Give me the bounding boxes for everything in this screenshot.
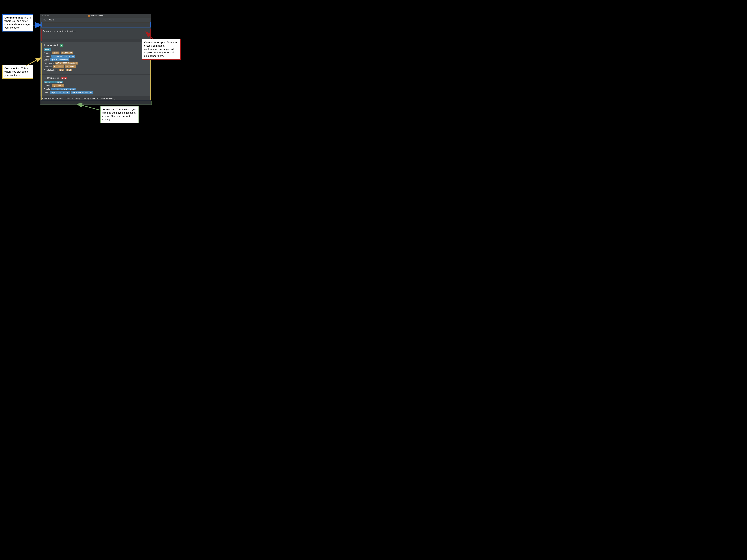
email-chip: 1) berniceyu@example.com <box>51 88 76 90</box>
contact-tags: colleagues friends <box>44 81 148 83</box>
course-chip: 1) cs1101s <box>53 65 64 68</box>
star-icon: ★ <box>60 44 63 47</box>
status-sort: [ Sort by: name, with order ascending ] <box>82 97 116 100</box>
titlebar: NetworkBook <box>40 14 151 18</box>
email-chip: 1) alexyeoh@example.com <box>51 55 75 58</box>
field-label-emails: Emails: <box>44 88 50 90</box>
status-bar: ./data/networkbook.json [ Filter by: non… <box>40 96 151 100</box>
contact-card[interactable]: 1. Alex Yeoh ★ friends Phones: 1) 123 2)… <box>40 42 151 74</box>
field-label-phones: Phones: <box>44 84 51 87</box>
tag: friends <box>44 48 51 51</box>
app-window: NetworkBook File Help Run any command to… <box>40 14 151 105</box>
contact-tags: friends <box>44 48 148 51</box>
graduation-chip: AY2022/2023 Semester 1 <box>55 62 78 64</box>
contact-specialisations-row: Specialisations: 1) ai 2) ml <box>44 69 148 71</box>
callout-command-output: Command output: After you enter a comman… <box>142 39 181 60</box>
contact-header: 1. Alex Yeoh ★ <box>44 44 148 47</box>
menu-help[interactable]: Help <box>49 18 54 21</box>
menu-file[interactable]: File <box>43 18 46 21</box>
field-label-courses: Courses: <box>44 65 52 68</box>
contact-card[interactable]: 2. Bernice Yu ★★★ colleagues friends Pho… <box>40 75 151 96</box>
star-icon: ★★★ <box>61 77 67 79</box>
callout-title: Command line: <box>4 16 23 19</box>
command-output-text: Run any command to get started. <box>43 30 76 32</box>
window-title-text: NetworkBook <box>91 15 103 17</box>
contact-phones-row: Phones: 1) 123 2) 12345679 <box>44 52 148 54</box>
link-chip: 1) github.com/bernfish <box>50 91 70 94</box>
field-label-specialisations: Specialisations: <box>44 69 58 71</box>
contact-graduation-row: Graduation: AY2022/2023 Semester 1 <box>44 62 148 64</box>
status-path: ./data/networkbook.json <box>41 97 62 100</box>
contact-index: 1. <box>44 44 46 47</box>
field-label-graduation: Graduation: <box>44 62 54 64</box>
phone-chip: 2) 12345679 <box>61 52 73 54</box>
command-output: Run any command to get started. <box>40 27 151 39</box>
contact-name: Alex Yeoh <box>47 44 58 47</box>
command-input-wrap <box>40 22 151 27</box>
contact-links-row: Links: 1) www.alexyeoh.net <box>44 58 148 61</box>
svg-line-3 <box>26 58 41 66</box>
status-filter: [ Filter by: none ] <box>65 97 80 100</box>
tag: friends <box>55 81 63 83</box>
contact-emails-row: Emails: 1) alexyeoh@example.com <box>44 55 148 58</box>
menubar: File Help <box>40 18 151 22</box>
phone-chip: 1) 123 <box>52 52 59 54</box>
contact-emails-row: Emails: 1) berniceyu@example.com <box>44 88 148 90</box>
specialisation-chip: 2) ml <box>66 69 72 71</box>
link-chip: 1) www.alexyeoh.net <box>50 58 69 61</box>
field-label-links: Links: <box>44 91 49 94</box>
contact-courses-row: Courses: 1) cs1101s 2) cs1231s <box>44 65 148 68</box>
callout-title: Command output: <box>144 41 166 44</box>
callout-contacts-list: Contacts list: This is where you can see… <box>2 65 33 79</box>
window-title: NetworkBook <box>40 15 151 17</box>
command-input[interactable] <box>40 22 151 27</box>
contact-name: Bernice Yu <box>47 77 59 80</box>
callout-title: Contacts list: <box>4 67 21 70</box>
contact-index: 2. <box>44 77 46 80</box>
app-icon <box>88 15 90 17</box>
contacts-list: 1. Alex Yeoh ★ friends Phones: 1) 123 2)… <box>40 39 151 96</box>
contact-header: 2. Bernice Yu ★★★ <box>44 77 148 80</box>
callout-title: Status bar: <box>102 108 115 111</box>
callout-command-line: Command line: This is where you can ente… <box>2 14 33 31</box>
phone-chip: 1) 12345678 <box>52 84 65 87</box>
specialisation-chip: 1) ai <box>59 69 65 71</box>
tag: colleagues <box>44 81 54 83</box>
field-label-phones: Phones: <box>44 52 51 54</box>
link-chip: 2) example.com/bernfish <box>71 91 93 94</box>
field-label-links: Links: <box>44 59 49 61</box>
contact-links-row: Links: 1) github.com/bernfish 2) example… <box>44 91 148 94</box>
contact-phones-row: Phones: 1) 12345678 <box>44 84 148 87</box>
callout-status-bar: Status bar: This is where you can see th… <box>100 106 139 123</box>
field-label-emails: Emails: <box>44 55 50 57</box>
course-chip: 2) cs1231s <box>65 65 76 68</box>
